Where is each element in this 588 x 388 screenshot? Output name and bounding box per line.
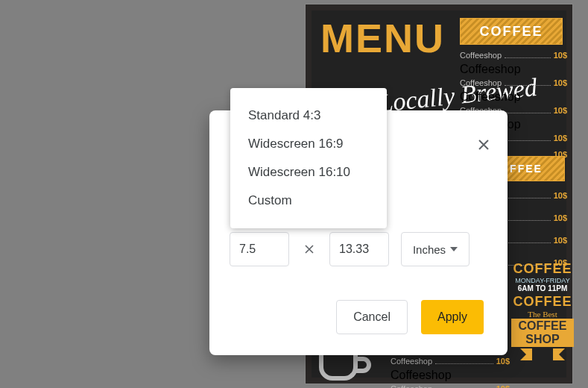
promo-coffee-2: COFFEE — [511, 294, 574, 310]
menu-item-name: Coffeeshop — [460, 51, 502, 60]
section-header-coffee: COFFEE — [460, 18, 563, 45]
menu-item-price: 10$ — [554, 51, 567, 60]
size-option-widescreen-16-10[interactable]: Widescreen 16:10 — [230, 158, 387, 187]
close-icon — [478, 139, 490, 151]
dimensions-row: Inches — [230, 232, 470, 266]
ribbon-icon — [516, 348, 569, 360]
promo-the-best: The Best — [511, 310, 574, 319]
size-option-custom[interactable]: Custom — [230, 187, 387, 215]
units-label: Inches — [413, 243, 446, 256]
promo-shop: COFFEE SHOP — [511, 319, 574, 347]
multiply-icon — [301, 241, 317, 257]
coffee-cup-icon — [319, 351, 374, 388]
caret-down-icon — [450, 247, 458, 251]
promo-days: MONDAY-FRIDAY — [511, 277, 574, 284]
dialog-actions: Cancel Apply — [336, 300, 484, 334]
menu-title: MENU — [320, 15, 445, 61]
promo-block: COFFEE MONDAY-FRIDAY 6AM TO 11PM COFFEE … — [511, 261, 574, 360]
units-dropdown[interactable]: Inches — [401, 232, 470, 266]
promo-hours: 6AM TO 11PM — [511, 284, 574, 292]
height-input[interactable] — [329, 232, 389, 266]
cancel-button[interactable]: Cancel — [336, 300, 408, 334]
close-button[interactable] — [473, 134, 494, 155]
size-dropdown-menu: Standard 4:3 Widescreen 16:9 Widescreen … — [230, 88, 387, 228]
promo-coffee-1: COFFEE — [511, 261, 574, 277]
menu-item-sub: Coffeeshop — [460, 63, 567, 76]
apply-button[interactable]: Apply — [421, 300, 484, 334]
menu-list-3: Coffeeshop10$Coffeeshop Coffeeshop10$Cof… — [391, 357, 510, 388]
width-input[interactable] — [230, 232, 289, 266]
size-option-widescreen-16-9[interactable]: Widescreen 16:9 — [230, 130, 387, 158]
size-option-standard-4-3[interactable]: Standard 4:3 — [230, 101, 387, 130]
